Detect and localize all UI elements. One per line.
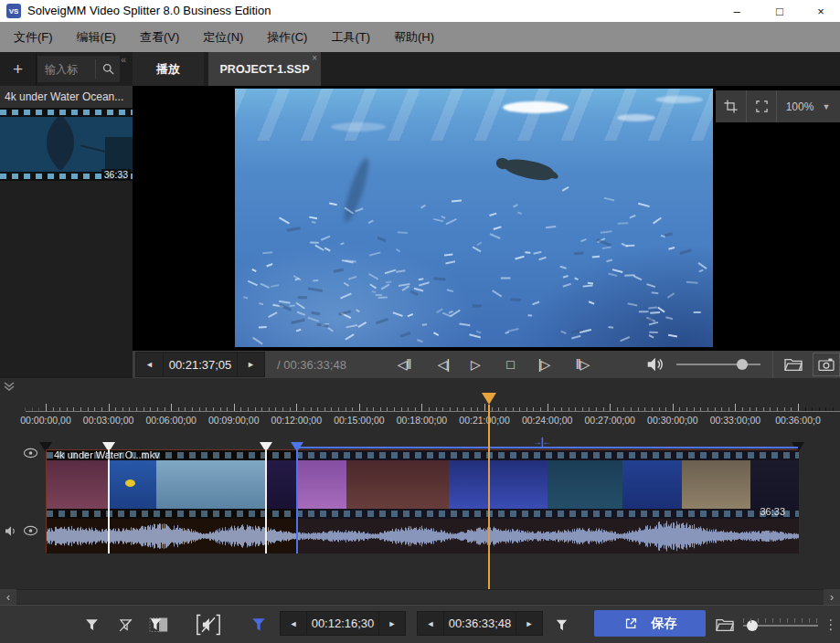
timeline-clip[interactable]: 4k under Water O...mkv 36:33 (46, 449, 798, 553)
scrollbar-thumb[interactable] (16, 590, 824, 604)
scroll-right-button[interactable]: › (824, 589, 840, 605)
film-segment-3 (266, 460, 298, 509)
search-input[interactable] (37, 63, 95, 76)
ruler-label-12: 00:36:00;0 (763, 415, 833, 426)
film-segment-2 (156, 460, 266, 509)
scroll-left-button[interactable]: ‹ (0, 589, 16, 605)
search-box (37, 56, 120, 82)
more-options-icon[interactable]: ⋮ (824, 606, 838, 643)
current-time-group: ◄ 00:21:37;05 ► (135, 352, 265, 377)
ruler-label-1: 00:03:00;00 (74, 415, 144, 426)
trim-in-out-icon: →|← (533, 437, 551, 447)
menu-item-1[interactable]: 编辑(E) (65, 22, 128, 52)
prev-frame-button[interactable]: ◁| (427, 353, 460, 376)
video-frame (235, 89, 713, 347)
media-item-title: 4k under Water Ocean... (0, 86, 133, 108)
cut-line-1[interactable] (108, 444, 110, 553)
play-button[interactable]: ▷ (459, 353, 492, 376)
app-window: VS SolveigMM Video Splitter 8.0 Business… (0, 0, 840, 643)
stop-button[interactable]: □ (494, 353, 526, 376)
selected-fragment-overlay (298, 450, 800, 553)
zoom-level-value: 100% (786, 100, 814, 113)
panel-splitter-icon[interactable] (3, 382, 16, 391)
audio-track-visibility-eye-icon[interactable] (23, 525, 38, 536)
window-title: SolveigMM Video Splitter 8.0 Business Ed… (27, 4, 271, 17)
tab-bar: + « 播放 PROJECT-1.SSP × (0, 52, 840, 86)
begin-time-decrease-button[interactable]: ◄ (281, 612, 306, 635)
fragment-begin-time-spinner: ◄ 00:12:16;30 ► (280, 611, 406, 636)
tab-close-icon[interactable]: × (312, 53, 317, 63)
media-duration-badge: 36:33 (101, 169, 131, 180)
timeline-zoom-knob[interactable] (747, 620, 758, 631)
snapshot-camera-button[interactable] (813, 353, 840, 376)
mute-fragment-icon[interactable] (190, 606, 227, 643)
tab-play[interactable]: 播放 (133, 52, 204, 86)
remove-marker-funnel-slash-icon[interactable] (112, 606, 138, 643)
next-keyframe-button[interactable]: ‖▷ (566, 353, 599, 376)
media-item-thumbnail[interactable]: 36:33 (0, 108, 133, 181)
close-button[interactable]: × (805, 0, 836, 22)
video-track-visibility-eye-icon[interactable] (23, 448, 38, 459)
crop-icon[interactable] (716, 90, 746, 122)
time-step-fwd-button[interactable]: ► (238, 353, 264, 376)
volume-icon[interactable] (644, 354, 665, 374)
playhead-handle[interactable] (482, 393, 496, 405)
end-time-value[interactable]: 00:36:33;48 (443, 612, 516, 635)
menu-item-3[interactable]: 定位(N) (191, 22, 255, 52)
fish-school (235, 89, 713, 347)
add-marker-funnel-icon[interactable] (79, 606, 104, 643)
menu-item-2[interactable]: 查看(V) (128, 22, 191, 52)
ruler-label-11: 00:33:00;00 (700, 415, 770, 426)
menu-item-5[interactable]: 工具(T) (319, 22, 382, 52)
cut-line-2[interactable] (265, 444, 267, 553)
end-marker-funnel-icon[interactable] (549, 606, 573, 643)
chevron-down-icon: ▼ (822, 102, 830, 111)
begin-marker-funnel-icon[interactable] (245, 606, 272, 643)
fragment-end-time-spinner: ◄ 00:36:33;48 ► (417, 611, 543, 636)
app-logo-icon: VS (6, 4, 21, 18)
timeline-scrollbar: ‹ › (0, 589, 840, 605)
add-tab-button[interactable]: + (0, 52, 37, 86)
invert-fragments-funnel-icon[interactable] (144, 606, 174, 643)
maximize-button[interactable]: □ (764, 0, 795, 22)
open-folder-button[interactable] (772, 351, 813, 378)
begin-time-value[interactable]: 00:12:16;30 (306, 612, 379, 635)
menu-item-6[interactable]: 帮助(H) (382, 22, 446, 52)
begin-time-increase-button[interactable]: ► (379, 612, 405, 635)
bottom-toolbar: ◄ 00:12:16;30 ► ◄ 00:36:33;48 ► 保存 ⋮ (0, 605, 840, 643)
timeline-panel: 00:00:00,0000:03:00;0000:06:00;0000:09:0… (0, 378, 840, 605)
tab-project[interactable]: PROJECT-1.SSP × (208, 52, 321, 86)
stingray-silhouette (38, 117, 83, 172)
time-step-back-button[interactable]: ◄ (136, 353, 163, 376)
video-preview-area: 100% ▼ (133, 86, 840, 351)
save-button[interactable]: 保存 (594, 610, 706, 637)
fullscreen-icon[interactable] (746, 90, 776, 122)
prev-keyframe-button[interactable]: ◁‖ (388, 353, 420, 376)
menu-item-4[interactable]: 操作(C) (255, 22, 319, 52)
next-frame-button[interactable]: |▷ (527, 353, 560, 376)
volume-slider[interactable] (676, 364, 760, 365)
ruler-label-0: 00:00:00,00 (11, 415, 80, 426)
audio-track-speaker-icon[interactable] (4, 524, 18, 538)
search-icon[interactable] (96, 62, 120, 76)
timeline-zoom-slider[interactable] (743, 625, 818, 627)
menu-bar: 文件(F)编辑(E)查看(V)定位(N)操作(C)工具(T)帮助(H) (0, 22, 840, 52)
clip-duration-label: 36:33 (760, 506, 785, 517)
minimize-button[interactable]: – (721, 0, 752, 22)
menu-item-0[interactable]: 文件(F) (2, 22, 65, 52)
ruler-label-8: 00:24:00;00 (513, 415, 582, 426)
collapse-icon[interactable]: « (121, 54, 126, 65)
end-time-increase-button[interactable]: ► (516, 612, 542, 635)
zoom-level-dropdown[interactable]: 100% ▼ (776, 90, 839, 122)
current-time-display[interactable]: 00:21:37;05 (163, 353, 238, 376)
volume-knob[interactable] (737, 359, 748, 370)
ruler-label-10: 00:30:00;00 (638, 415, 707, 426)
ruler-label-6: 00:18:00;00 (387, 415, 456, 426)
media-library: 4k under Water Ocean... 36:33 (0, 86, 133, 378)
end-time-decrease-button[interactable]: ◄ (418, 612, 443, 635)
output-folder-button[interactable] (711, 606, 739, 643)
ruler-label-5: 00:15:00;00 (324, 415, 394, 426)
ruler-label-3: 00:09:00;00 (199, 415, 269, 426)
title-bar: VS SolveigMM Video Splitter 8.0 Business… (0, 0, 840, 22)
viewer-controls: 100% ▼ (716, 90, 840, 122)
